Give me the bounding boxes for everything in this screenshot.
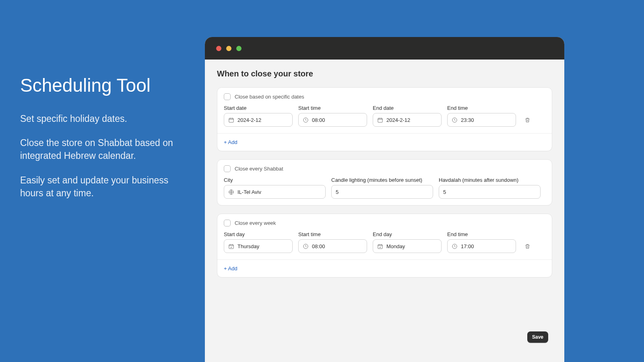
specific-dates-card: Close based on specific dates Start date… bbox=[217, 87, 552, 151]
start-date-input[interactable] bbox=[224, 113, 293, 127]
page-content: When to close your store Close based on … bbox=[205, 60, 564, 294]
havdalah-label: Havdalah (minutes after sundown) bbox=[439, 177, 541, 183]
calendar-repeat-icon bbox=[228, 243, 234, 249]
traffic-lights bbox=[216, 46, 242, 51]
window-titlebar bbox=[205, 37, 564, 60]
candle-value[interactable] bbox=[336, 189, 429, 195]
start-day-input[interactable] bbox=[224, 239, 293, 253]
start-time-input[interactable] bbox=[298, 113, 367, 127]
clock-icon bbox=[452, 117, 458, 123]
globe-icon bbox=[228, 189, 234, 195]
havdalah-value[interactable] bbox=[443, 189, 536, 195]
end-time-value[interactable] bbox=[461, 117, 528, 123]
weekly-start-time-value[interactable] bbox=[312, 243, 380, 249]
candle-input[interactable] bbox=[331, 185, 433, 199]
end-time-input[interactable] bbox=[447, 113, 516, 127]
specific-dates-checkbox[interactable] bbox=[224, 93, 231, 100]
minimize-window-icon[interactable] bbox=[226, 46, 231, 51]
shabbat-card: Close every Shabbat City Candle lighting… bbox=[217, 159, 552, 206]
svg-rect-7 bbox=[378, 245, 382, 249]
end-date-label: End date bbox=[373, 105, 442, 111]
end-time-label: End time bbox=[447, 105, 516, 111]
start-day-label: Start day bbox=[224, 231, 293, 237]
delete-weekly-row-button[interactable] bbox=[522, 239, 533, 253]
clock-icon bbox=[303, 117, 309, 123]
weekly-end-time-value[interactable] bbox=[461, 243, 528, 249]
marketing-panel: Scheduling Tool Set specific holiday dat… bbox=[20, 74, 189, 211]
marketing-title: Scheduling Tool bbox=[20, 74, 189, 96]
start-day-value[interactable] bbox=[237, 243, 305, 249]
end-date-input[interactable] bbox=[373, 113, 442, 127]
delete-row-button[interactable] bbox=[522, 113, 533, 127]
candle-label: Candle lighting (minutes before sunset) bbox=[331, 177, 433, 183]
add-specific-date-button[interactable]: + Add bbox=[217, 134, 552, 151]
end-date-value[interactable] bbox=[386, 117, 454, 123]
marketing-line-3: Easily set and update your business hour… bbox=[20, 174, 189, 200]
end-day-value[interactable] bbox=[386, 243, 454, 249]
clock-icon bbox=[452, 243, 458, 249]
weekly-start-time-label: Start time bbox=[298, 231, 367, 237]
specific-dates-label: Close based on specific dates bbox=[235, 94, 304, 100]
start-date-value[interactable] bbox=[237, 117, 305, 123]
weekly-end-time-input[interactable] bbox=[447, 239, 516, 253]
shabbat-checkbox[interactable] bbox=[224, 165, 231, 172]
clock-icon bbox=[303, 243, 309, 249]
svg-rect-5 bbox=[229, 245, 233, 249]
calendar-icon bbox=[377, 117, 383, 123]
weekly-card: Close every week Start day Start time bbox=[217, 214, 552, 278]
weekly-start-time-input[interactable] bbox=[298, 239, 367, 253]
end-day-input[interactable] bbox=[373, 239, 442, 253]
page-title: When to close your store bbox=[217, 69, 552, 78]
weekly-label: Close every week bbox=[235, 220, 276, 226]
city-label: City bbox=[224, 177, 326, 183]
app-window: When to close your store Close based on … bbox=[205, 37, 564, 362]
weekly-end-time-label: End time bbox=[447, 231, 516, 237]
calendar-icon bbox=[228, 117, 234, 123]
calendar-repeat-icon bbox=[377, 243, 383, 249]
city-value[interactable] bbox=[237, 189, 321, 195]
city-input[interactable] bbox=[224, 185, 326, 199]
marketing-line-1: Set specific holiday dates. bbox=[20, 112, 189, 125]
start-date-label: Start date bbox=[224, 105, 293, 111]
shabbat-label: Close every Shabbat bbox=[235, 166, 283, 172]
save-button[interactable]: Save bbox=[527, 331, 548, 343]
weekly-checkbox[interactable] bbox=[224, 220, 231, 226]
marketing-line-2: Close the store on Shabbat based on inte… bbox=[20, 136, 189, 162]
svg-rect-2 bbox=[378, 118, 382, 122]
close-window-icon[interactable] bbox=[216, 46, 221, 51]
end-day-label: End day bbox=[373, 231, 442, 237]
svg-rect-0 bbox=[229, 118, 233, 122]
start-time-value[interactable] bbox=[312, 117, 380, 123]
add-weekly-button[interactable]: + Add bbox=[217, 260, 552, 277]
maximize-window-icon[interactable] bbox=[236, 46, 242, 51]
havdalah-input[interactable] bbox=[439, 185, 541, 199]
start-time-label: Start time bbox=[298, 105, 367, 111]
